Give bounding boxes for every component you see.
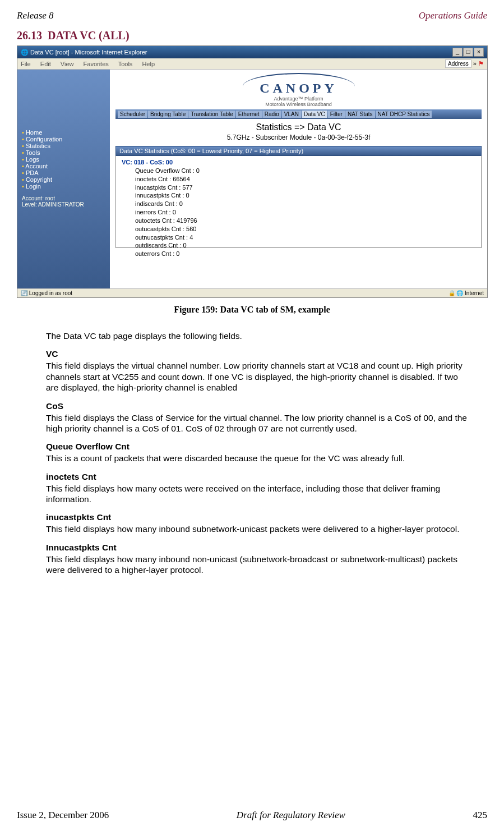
menu-items: File Edit View Favorites Tools Help [21,61,163,67]
stat-innucastpkts: innucastpkts Cnt : 0 [135,191,475,200]
tab-translation-table[interactable]: Translation Table [188,111,235,118]
field-desc-queue-overflow: This is a count of packets that were dis… [46,453,472,463]
window-titlebar: 🌐 Data VC [root] - Microsoft Internet Ex… [17,46,487,58]
stat-indiscards: indiscards Cnt : 0 [135,200,475,208]
tab-nat-dhcp-statistics[interactable]: NAT DHCP Statistics [376,111,432,118]
field-heading-inucastpkts: inucastpkts Cnt [46,512,487,522]
status-right-text: Internet [465,290,484,296]
menu-tools[interactable]: Tools [118,61,133,67]
ie-icon: 🌐 [21,49,29,56]
tab-ethernet[interactable]: Ethernet [236,111,262,118]
header-guide: Operations Guide [419,10,487,21]
sidebar-item-account[interactable]: Account [22,163,105,169]
maximize-icon[interactable]: □ [463,48,473,57]
status-right: 🔒 🌐 Internet [448,290,484,296]
figure-caption: Figure 159: Data VC tab of SM, example [17,305,487,315]
statusbar: 🔄 Logged in as root 🔒 🌐 Internet [17,288,487,297]
close-icon[interactable]: × [474,48,484,57]
stat-outnucastpkts: outnucastpkts Cnt : 4 [135,233,475,242]
section-title: DATA VC (ALL) [48,29,130,42]
window-title-text: Data VC [root] - Microsoft Internet Expl… [30,49,147,56]
minimize-icon[interactable]: _ [452,48,463,57]
field-desc-vc: This field displays the virtual channel … [46,360,472,393]
page-device-info: 5.7GHz - Subscriber Module - 0a-00-3e-f2… [115,134,482,141]
sidebar-item-configuration[interactable]: Configuration [22,136,105,143]
status-left: 🔄 Logged in as root [21,290,72,296]
sidebar-item-logs[interactable]: Logs [22,156,105,163]
footer-issue: Issue 2, December 2006 [17,810,109,821]
field-desc-inucastpkts: This field displays how many inbound sub… [46,524,472,534]
intro-text: The Data VC tab page displays the follow… [46,330,472,341]
field-heading-innucastpkts: Innucastpkts Cnt [46,543,487,553]
header-release: Release 8 [17,10,54,21]
sidebar: Home Configuration Statistics Tools Logs… [17,70,110,288]
sidebar-item-pda[interactable]: PDA [22,169,105,176]
field-heading-queue-overflow: Queue Overflow Cnt [46,442,487,452]
field-heading-vc: VC [46,349,487,359]
tab-nat-stats[interactable]: NAT Stats [345,111,375,118]
stat-outerrors: outerrors Cnt : 0 [135,250,475,258]
stat-outoctets: outoctets Cnt : 419796 [135,217,475,225]
main-panel: CANOPY Advantage™ Platform Motorola Wire… [110,70,487,288]
section-number: 26.13 [17,29,42,42]
footer: Issue 2, December 2006 Draft for Regulat… [17,810,487,821]
stats-box-body: VC: 018 - CoS: 00 Queue Overflow Cnt : 0… [115,156,482,248]
sidebar-item-copyright[interactable]: Copyright [22,176,105,183]
logo-name: CANOPY [115,81,482,96]
sidebar-account-user: Account: root [22,195,105,201]
stat-inoctets: inoctets Cnt : 66564 [135,175,475,183]
stats-box-header: Data VC Statistics (CoS: 00 = Lowest Pri… [115,146,482,156]
field-desc-cos: This field displays the Class of Service… [46,412,472,434]
stat-queue-overflow: Queue Overflow Cnt : 0 [135,167,475,175]
section-heading: 26.13 DATA VC (ALL) [17,29,487,42]
field-desc-innucastpkts: This field displays how many inbound non… [46,554,472,576]
field-desc-inoctets: This field displays how many octets were… [46,483,472,505]
sidebar-item-tools[interactable]: Tools [22,149,105,156]
footer-center: Draft for Regulatory Review [237,810,345,821]
sidebar-item-home[interactable]: Home [22,129,105,136]
sidebar-item-statistics[interactable]: Statistics [22,143,105,149]
status-left-text: Logged in as root [29,290,72,296]
footer-page-number: 425 [473,810,488,821]
menu-edit[interactable]: Edit [40,61,51,67]
tabs-row: SchedulerBridging TableTranslation Table… [115,109,482,119]
logo: CANOPY Advantage™ Platform Motorola Wire… [115,73,482,107]
field-heading-cos: CoS [46,401,487,411]
menu-favorites[interactable]: Favorites [84,61,109,67]
stat-outucastpkts: outucastpkts Cnt : 560 [135,225,475,233]
page-subtitle: Statistics => Data VC [115,122,482,132]
tab-filter[interactable]: Filter [328,111,345,118]
windows-flag-icon: ⚑ [478,60,484,67]
stats-vc-line: VC: 018 - CoS: 00 [122,158,475,167]
sidebar-account-level: Level: ADMINISTRATOR [22,201,105,208]
tab-data-vc[interactable]: Data VC [302,111,327,118]
stat-inerrors: inerrors Cnt : 0 [135,208,475,217]
address-dropdown-icon[interactable]: » [473,60,478,67]
window-title: 🌐 Data VC [root] - Microsoft Internet Ex… [21,49,147,56]
logo-tagline-bottom: Motorola Wireless Broadband [115,102,482,107]
tab-scheduler[interactable]: Scheduler [118,111,147,118]
address-label: Address [445,59,471,68]
stat-outdiscards: outdiscards Cnt : 0 [135,241,475,250]
tab-radio[interactable]: Radio [262,111,281,118]
sidebar-item-login[interactable]: Login [22,183,105,190]
stat-inucastpkts: inucastpkts Cnt : 577 [135,183,475,192]
menu-help[interactable]: Help [142,61,155,67]
menubar: File Edit View Favorites Tools Help Addr… [17,58,487,70]
tab-bridging-table[interactable]: Bridging Table [148,111,188,118]
menu-view[interactable]: View [61,61,74,67]
menu-file[interactable]: File [21,61,31,67]
tab-vlan[interactable]: VLAN [282,111,301,118]
address-area: Address » ⚑ [445,60,484,67]
screenshot-figure: 🌐 Data VC [root] - Microsoft Internet Ex… [17,45,488,298]
field-heading-inoctets: inoctets Cnt [46,472,487,482]
window-controls: _□× [452,48,484,57]
logo-tagline-top: Advantage™ Platform [115,96,482,102]
